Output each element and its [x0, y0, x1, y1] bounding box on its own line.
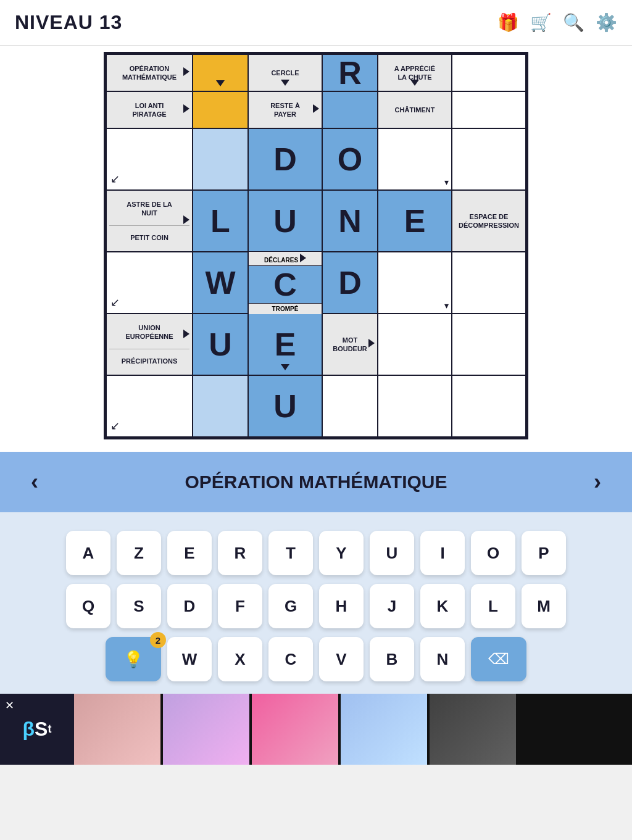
delete-button[interactable]: ⌫: [471, 637, 526, 681]
ad-image-3[interactable]: [252, 694, 338, 765]
clue-cercle[interactable]: CERCLE: [249, 55, 323, 92]
cell-letter-D[interactable]: D: [249, 129, 323, 191]
cell-empty-r5c6: [452, 252, 526, 314]
cell-letter-E-row4[interactable]: E: [378, 191, 452, 252]
cell-empty-r7c4: [323, 376, 378, 438]
cell-letter-E2[interactable]: E: [249, 314, 323, 376]
key-W[interactable]: W: [167, 637, 212, 681]
ad-bar: ✕ βSt: [0, 694, 632, 765]
cell-letter-C-with-clues[interactable]: DÉCLARES C TROMPÉ: [249, 252, 323, 314]
cell-empty-r3c5: ▾: [378, 129, 452, 191]
key-M[interactable]: M: [522, 584, 566, 628]
settings-icon[interactable]: ⚙️: [596, 12, 617, 33]
key-G[interactable]: G: [268, 584, 313, 628]
header-icons: 🎁 🛒 🔍 ⚙️: [497, 12, 617, 33]
clue-loi-anti-piratage[interactable]: LOI ANTIPIRATAGE: [107, 92, 193, 129]
gift-icon[interactable]: 🎁: [497, 12, 519, 33]
ad-image-1[interactable]: [74, 694, 160, 765]
crossword-grid: OPÉRATIONMATHÉMATIQUE CERCLE R A APPRÉCI…: [106, 54, 526, 438]
ad-image-2[interactable]: [163, 694, 249, 765]
cell-light-r7c2: [193, 376, 249, 438]
key-H[interactable]: H: [319, 584, 364, 628]
cell-gold-2: [193, 92, 249, 129]
header: NIVEAU 13 🎁 🛒 🔍 ⚙️: [0, 0, 632, 46]
next-clue-button[interactable]: ›: [588, 469, 607, 495]
cell-empty-r7c6: [452, 376, 526, 438]
key-I[interactable]: I: [420, 531, 465, 575]
cart-icon[interactable]: 🛒: [530, 12, 552, 33]
ad-images: [74, 694, 632, 765]
keyboard-row3: 💡 2 W X C V B N ⌫: [106, 637, 526, 681]
cell-arrow-r3c1: ↙: [107, 129, 193, 191]
hint-badge: 2: [150, 632, 166, 648]
key-X[interactable]: X: [218, 637, 262, 681]
cell-arrow-r5c1: ↙: [107, 252, 193, 314]
key-F[interactable]: F: [218, 584, 262, 628]
cell-light-r3c2: [193, 129, 249, 191]
cell-letter-U3[interactable]: U: [249, 376, 323, 438]
key-O[interactable]: O: [471, 531, 515, 575]
cell-letter-L[interactable]: L: [193, 191, 249, 252]
level-title: NIVEAU 13: [15, 11, 122, 34]
key-P[interactable]: P: [522, 531, 566, 575]
key-R[interactable]: R: [218, 531, 262, 575]
clue-bar: ‹ OPÉRATION MATHÉMATIQUE ›: [0, 452, 632, 512]
key-Z[interactable]: Z: [117, 531, 161, 575]
key-C[interactable]: C: [268, 637, 313, 681]
current-clue: OPÉRATION MATHÉMATIQUE: [44, 472, 588, 493]
prev-clue-button[interactable]: ‹: [25, 469, 44, 495]
key-J[interactable]: J: [370, 584, 414, 628]
clue-operation-mathematique[interactable]: OPÉRATIONMATHÉMATIQUE: [107, 55, 193, 92]
clue-apprecie-chute[interactable]: A APPRÉCIÉLA CHUTE: [378, 55, 452, 92]
clue-union-precipitations[interactable]: UNIONEUROPÉENNE PRÉCIPITATIONS: [107, 314, 193, 376]
clue-mot-boudeur[interactable]: MOTBOUDEUR: [323, 314, 378, 376]
key-L[interactable]: L: [471, 584, 515, 628]
key-Q[interactable]: Q: [66, 584, 110, 628]
grid-wrapper: OPÉRATIONMATHÉMATIQUE CERCLE R A APPRÉCI…: [104, 52, 528, 439]
cell-gold-1: [193, 55, 249, 92]
key-A[interactable]: A: [66, 531, 110, 575]
clue-espace-decompression[interactable]: ESPACE DEDÉCOMPRESSION: [452, 191, 526, 252]
key-B[interactable]: B: [370, 637, 414, 681]
key-V[interactable]: V: [319, 637, 364, 681]
cell-arrow-r7c1: ↙: [107, 376, 193, 438]
cell-letter-U-row4[interactable]: U: [249, 191, 323, 252]
ad-image-4[interactable]: [341, 694, 427, 765]
ad-image-5[interactable]: [430, 694, 516, 765]
cell-letter-N[interactable]: N: [323, 191, 378, 252]
key-U[interactable]: U: [370, 531, 414, 575]
key-S[interactable]: S: [117, 584, 161, 628]
cell-empty-r6c6: [452, 314, 526, 376]
hint-button[interactable]: 💡 2: [106, 637, 161, 681]
keyboard-row1: A Z E R T Y U I O P: [66, 531, 566, 575]
key-E[interactable]: E: [167, 531, 212, 575]
zoom-icon[interactable]: 🔍: [563, 12, 584, 33]
cell-empty-r6c5: [378, 314, 452, 376]
key-Y[interactable]: Y: [319, 531, 364, 575]
clue-chatiment[interactable]: CHÂTIMENT: [378, 92, 452, 129]
cell-blue-r2c4: [323, 92, 378, 129]
cell-letter-W[interactable]: W: [193, 252, 249, 314]
keyboard-area: A Z E R T Y U I O P Q S D F G H J K L M …: [0, 512, 632, 694]
keyboard-row2: Q S D F G H J K L M: [66, 584, 566, 628]
key-D[interactable]: D: [167, 584, 212, 628]
game-area: OPÉRATIONMATHÉMATIQUE CERCLE R A APPRÉCI…: [0, 46, 632, 452]
key-K[interactable]: K: [420, 584, 465, 628]
key-N[interactable]: N: [420, 637, 465, 681]
cell-letter-D2[interactable]: D: [323, 252, 378, 314]
clue-astre-nuit-petit-coin[interactable]: ASTRE DE LANUIT PETIT COIN: [107, 191, 193, 252]
cell-letter-R[interactable]: R: [323, 55, 378, 92]
cell-empty-r3c6: [452, 129, 526, 191]
cell-empty-r5c5: ▾: [378, 252, 452, 314]
cell-letter-U2[interactable]: U: [193, 314, 249, 376]
ad-close-button[interactable]: ✕: [5, 699, 14, 712]
key-T[interactable]: T: [268, 531, 313, 575]
clue-reste-payer[interactable]: RESTE ÀPAYER: [249, 92, 323, 129]
cell-letter-O[interactable]: O: [323, 129, 378, 191]
cell-empty-r2c6: [452, 92, 526, 129]
cell-empty-r1c6: [452, 55, 526, 92]
cell-empty-r7c5: [378, 376, 452, 438]
